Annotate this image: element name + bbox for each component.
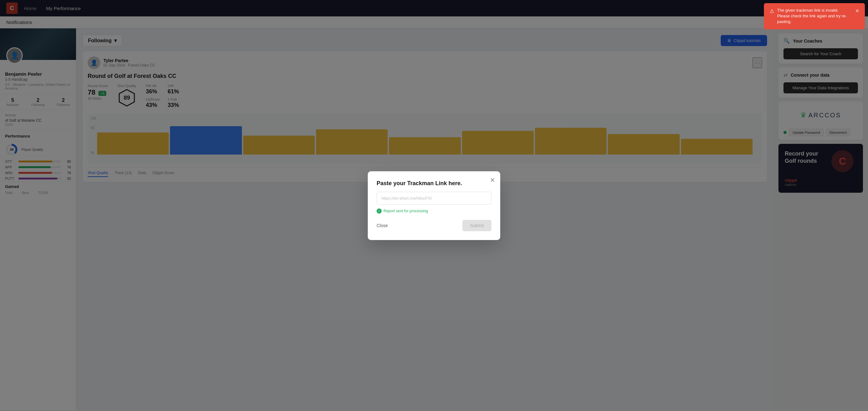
success-text: Report sent for processing: [383, 209, 428, 213]
modal-close-x-button[interactable]: ✕: [490, 176, 495, 184]
toast-message: The given trackman link is invalid. Plea…: [777, 7, 852, 25]
modal-actions: Close Submit: [377, 220, 491, 231]
error-toast: ⚠ The given trackman link is invalid. Pl…: [764, 3, 865, 29]
trackman-link-input[interactable]: [377, 192, 491, 205]
success-check-icon: ✓: [377, 209, 382, 214]
modal-title: Paste your Trackman Link here.: [377, 180, 491, 187]
modal-submit-button[interactable]: Submit: [462, 220, 491, 231]
toast-close-button[interactable]: ✕: [855, 7, 859, 14]
warning-icon: ⚠: [770, 8, 774, 15]
modal-success-message: ✓ Report sent for processing: [377, 209, 491, 214]
modal-close-button[interactable]: Close: [377, 223, 388, 228]
trackman-modal: Paste your Trackman Link here. ✕ ✓ Repor…: [368, 171, 500, 240]
modal-overlay[interactable]: Paste your Trackman Link here. ✕ ✓ Repor…: [0, 0, 868, 411]
